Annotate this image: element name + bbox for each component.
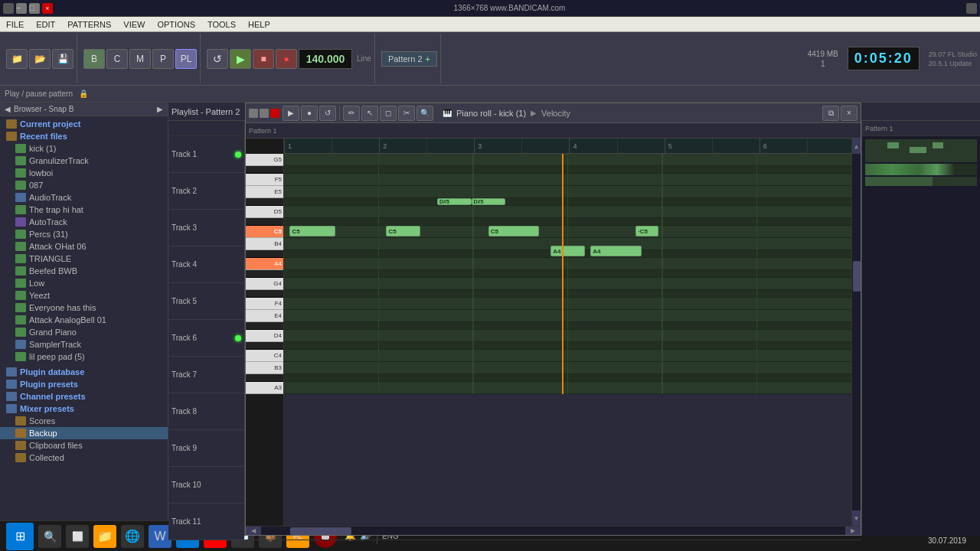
play-button[interactable]: ▶ bbox=[230, 49, 251, 69]
sidebar-item-trap-hi-hat[interactable]: The trap hi hat bbox=[0, 204, 168, 216]
menu-tools[interactable]: TOOLS bbox=[204, 20, 239, 29]
menu-view[interactable]: VIEW bbox=[120, 20, 148, 29]
piano-key-F5[interactable]: F5 bbox=[246, 174, 283, 186]
pr-scroll-thumb[interactable] bbox=[853, 261, 861, 292]
file-explorer-icon[interactable]: 📁 bbox=[93, 525, 116, 548]
tempo-display[interactable]: 140.000 bbox=[299, 49, 352, 69]
pr-scroll-h-thumb[interactable] bbox=[290, 527, 351, 535]
note-C5-2[interactable]: C5 bbox=[386, 226, 420, 236]
sidebar-item-collected[interactable]: Collected bbox=[0, 452, 168, 464]
channel-rack-button[interactable]: C bbox=[106, 49, 128, 69]
pr-scroll-down[interactable]: ▼ bbox=[852, 510, 861, 526]
sidebar-item-percs[interactable]: Percs (31) bbox=[0, 228, 168, 240]
pr-scroll-up[interactable]: ▲ bbox=[852, 139, 861, 154]
close-button[interactable]: × bbox=[42, 3, 53, 14]
sidebar-item-sampler-track[interactable]: SamplerTrack bbox=[0, 338, 168, 350]
pr-maximize-button[interactable] bbox=[260, 109, 269, 118]
piano-key-F4[interactable]: F4 bbox=[246, 298, 283, 310]
note-Ds5-1[interactable]: D#5 bbox=[437, 198, 471, 205]
menu-file[interactable]: FILE bbox=[3, 20, 27, 29]
task-view-icon[interactable]: ⬜ bbox=[66, 525, 89, 548]
playlist-button[interactable]: PL bbox=[175, 49, 197, 69]
piano-key-As3[interactable] bbox=[246, 374, 283, 382]
sidebar-item-backup[interactable]: Backup bbox=[0, 427, 168, 439]
loop-button[interactable]: ↺ bbox=[207, 49, 228, 69]
sidebar-item-everyone[interactable]: Everyone has this bbox=[0, 302, 168, 314]
note-C5-4[interactable]: ·C5 bbox=[635, 226, 658, 236]
sidebar-item-audiotrack[interactable]: AudioTrack bbox=[0, 191, 168, 204]
piano-key-B3[interactable]: B3 bbox=[246, 362, 283, 374]
sidebar-item-grand-piano[interactable]: Grand Piano bbox=[0, 326, 168, 338]
sidebar-item-plugin-database[interactable]: Plugin database bbox=[0, 366, 168, 378]
note-A4-1[interactable]: A4 bbox=[550, 246, 584, 256]
sidebar-back-icon[interactable]: ◀ bbox=[5, 105, 11, 113]
pr-scrollbar-h[interactable]: ◀ ▶ bbox=[246, 526, 861, 535]
note-C5-3[interactable]: C5 bbox=[488, 226, 540, 236]
pattern-add-icon[interactable]: + bbox=[426, 54, 430, 64]
pr-close-button[interactable] bbox=[270, 109, 279, 118]
pr-pencil-tool[interactable]: ✏ bbox=[343, 106, 360, 121]
piano-key-Ds4[interactable] bbox=[246, 322, 283, 330]
sidebar-item-lil-peep[interactable]: lil peep pad (5) bbox=[0, 350, 168, 363]
sidebar-item-channel-presets[interactable]: Channel presets bbox=[0, 390, 168, 403]
note-C5-1[interactable]: C5 bbox=[289, 226, 335, 236]
sidebar-item-autotrack[interactable]: AutoTrack bbox=[0, 216, 168, 228]
sidebar-item-yeezt[interactable]: Yeezt bbox=[0, 289, 168, 302]
sidebar-item-kick[interactable]: kick (1) bbox=[0, 142, 168, 155]
piano-key-Gs4[interactable] bbox=[246, 270, 283, 278]
piano-key-E5[interactable]: E5 bbox=[246, 186, 283, 198]
browser-button[interactable]: B bbox=[83, 49, 105, 69]
sidebar-item-attack-analog[interactable]: Attack AnalogBell 01 bbox=[0, 314, 168, 326]
sidebar-item-clipboard[interactable]: Clipboard files bbox=[0, 439, 168, 452]
sidebar-item-attack-ohat[interactable]: Attack OHat 06 bbox=[0, 240, 168, 253]
piano-key-Cs4[interactable] bbox=[246, 342, 283, 350]
pr-detach-button[interactable]: ⧉ bbox=[822, 106, 839, 121]
minimize-button[interactable]: − bbox=[16, 3, 27, 14]
piano-key-A3[interactable]: A3 bbox=[246, 382, 283, 394]
pr-window-actions[interactable]: ⧉ × bbox=[822, 106, 858, 121]
menu-patterns[interactable]: PATTERNS bbox=[64, 20, 114, 29]
pr-delete-tool[interactable]: ✂ bbox=[398, 106, 415, 121]
mixer-button[interactable]: M bbox=[129, 49, 151, 69]
piano-roll-window-controls[interactable] bbox=[249, 109, 279, 118]
start-button[interactable]: ⊞ bbox=[6, 523, 34, 550]
sidebar-item-low[interactable]: Low bbox=[0, 277, 168, 289]
sidebar-item-plugin-presets[interactable]: Plugin presets bbox=[0, 378, 168, 390]
piano-key-E4[interactable]: E4 bbox=[246, 310, 283, 322]
piano-key-C4[interactable]: C4 bbox=[246, 350, 283, 362]
chrome-icon[interactable]: 🌐 bbox=[121, 525, 144, 548]
save-button[interactable]: 💾 bbox=[52, 49, 74, 69]
pattern-selector[interactable]: Pattern 2 + bbox=[381, 51, 437, 67]
piano-key-D4[interactable]: D4 bbox=[246, 330, 283, 342]
pr-scroll-h-track[interactable] bbox=[261, 527, 845, 535]
pr-zoom-tool[interactable]: 🔍 bbox=[416, 106, 433, 121]
new-project-button[interactable]: 📁 bbox=[6, 49, 28, 69]
piano-key-G5[interactable]: G5 bbox=[246, 154, 283, 166]
menu-options[interactable]: OPTIONS bbox=[154, 20, 198, 29]
sidebar-item-granulizer[interactable]: GranulizerTrack bbox=[0, 155, 168, 167]
window-settings-icon[interactable] bbox=[966, 3, 977, 14]
pr-erase-tool[interactable]: ◻ bbox=[380, 106, 397, 121]
maximize-button[interactable]: □ bbox=[29, 3, 40, 14]
piano-key-A4[interactable]: A4 bbox=[246, 258, 283, 270]
record-button[interactable]: ● bbox=[276, 49, 297, 69]
piano-key-G4[interactable]: G4 bbox=[246, 278, 283, 290]
piano-roll-button[interactable]: P bbox=[152, 49, 174, 69]
pr-record-button[interactable]: ● bbox=[301, 106, 318, 121]
piano-key-Fs4[interactable] bbox=[246, 290, 283, 298]
sidebar-item-recent-files[interactable]: Recent files bbox=[0, 130, 168, 142]
open-button[interactable]: 📂 bbox=[29, 49, 51, 69]
sidebar-item-mixer-presets[interactable]: Mixer presets bbox=[0, 403, 168, 415]
piano-key-Ds5[interactable] bbox=[246, 198, 283, 206]
sidebar-item-current-project[interactable]: Current project bbox=[0, 118, 168, 130]
sidebar-item-lowboi[interactable]: lowboi bbox=[0, 167, 168, 179]
piano-key-Cs5[interactable] bbox=[246, 218, 283, 226]
piano-key-C5[interactable]: C5 bbox=[246, 226, 283, 238]
note-A4-2[interactable]: A4 bbox=[590, 246, 642, 256]
piano-key-Fs5[interactable] bbox=[246, 166, 283, 174]
sidebar-item-triangle[interactable]: TRIANGLE bbox=[0, 253, 168, 265]
window-controls[interactable]: − □ × bbox=[3, 3, 53, 14]
pr-loop-button[interactable]: ↺ bbox=[319, 106, 336, 121]
sidebar-item-beefed-bwb[interactable]: Beefed BWB bbox=[0, 265, 168, 277]
pr-close-x-button[interactable]: × bbox=[841, 106, 858, 121]
